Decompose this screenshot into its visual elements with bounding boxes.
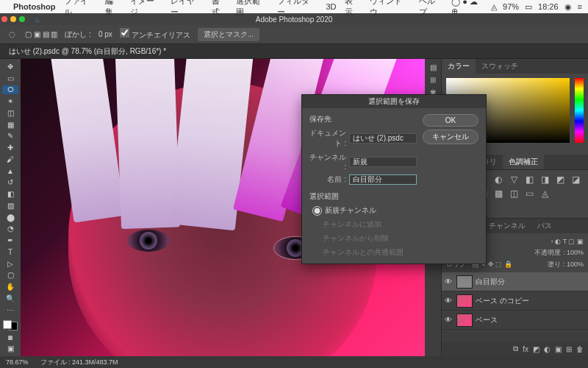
eyedropper-tool-icon[interactable]: ✎	[2, 132, 18, 141]
stamp-tool-icon[interactable]: ▲	[2, 166, 18, 176]
selection-mode-icons[interactable]: ▢ ▣ ▤ ▥	[25, 30, 57, 38]
blur-tool-icon[interactable]: ⬤	[2, 213, 18, 222]
document-tab-label: はいせ (2).psdc @ 78.7% (白目部分, RGB/16*) *	[9, 46, 166, 57]
name-input[interactable]: 白目部分	[349, 174, 417, 185]
quickmask-icon[interactable]: ◙	[2, 333, 18, 342]
fg-bg-swatch[interactable]	[3, 320, 18, 330]
window-zoom-icon[interactable]	[19, 16, 25, 22]
tab-swatches[interactable]: スウォッチ	[476, 59, 524, 74]
posterize-icon: ▩	[492, 188, 504, 199]
layer-thumb[interactable]	[456, 275, 473, 289]
screenmode-icon[interactable]: ▣	[2, 344, 18, 353]
history-panel-icon[interactable]: ▤	[430, 63, 437, 71]
channel-label: チャンネル :	[309, 152, 346, 171]
menu-layer[interactable]: レイヤー	[171, 0, 203, 18]
brush-tool-icon[interactable]: 🖌	[2, 155, 18, 164]
layer-thumb[interactable]	[456, 314, 473, 327]
layer-row[interactable]: 👁 ベース	[442, 311, 588, 330]
layer-thumb[interactable]	[456, 294, 473, 308]
tab-channels[interactable]: チャンネル	[483, 219, 531, 233]
antialias-checkbox[interactable]: アンチエイリアス	[120, 28, 190, 40]
hand-tool-icon[interactable]: ✋	[2, 282, 18, 291]
layer-name[interactable]: 白目部分	[476, 277, 505, 287]
frame-tool-icon[interactable]: ▦	[2, 120, 18, 130]
layer-footer: ⧉ fx ◩ ◐ ▣ ⊞ 🗑	[442, 342, 588, 356]
notif-icon[interactable]: ≡	[578, 2, 582, 11]
type-tool-icon[interactable]: T	[2, 247, 18, 257]
eraser-tool-icon[interactable]: ◧	[2, 189, 18, 199]
ok-button[interactable]: OK	[423, 114, 478, 127]
radio-add: チャンネルに追加	[309, 219, 417, 230]
visibility-icon[interactable]: 👁	[445, 316, 453, 324]
pen-tool-icon[interactable]: ✒	[2, 236, 18, 245]
menu-help[interactable]: ヘルプ	[419, 0, 443, 18]
color-panel-tabs: カラー スウォッチ	[442, 59, 588, 74]
group-icon[interactable]: ▣	[555, 345, 562, 353]
app-title-text: Adobe Photoshop 2020	[256, 15, 333, 24]
window-minimize-icon[interactable]	[10, 16, 16, 22]
mask-icon[interactable]: ◩	[533, 345, 539, 353]
history-brush-tool-icon[interactable]: ↺	[2, 178, 18, 188]
cancel-button[interactable]: キャンセル	[423, 130, 478, 144]
document-select[interactable]: はいせ (2).psdc	[349, 133, 417, 144]
menu-image[interactable]: イメージ	[130, 0, 162, 18]
move-tool-icon[interactable]: ✥	[2, 62, 18, 71]
crop-tool-icon[interactable]: ◫	[2, 108, 18, 118]
visibility-icon[interactable]: 👁	[445, 277, 453, 286]
hue-icon: ◧	[523, 174, 535, 185]
tab-color[interactable]: カラー	[442, 59, 476, 74]
hue-strip[interactable]	[575, 78, 584, 143]
layer-list: 👁 白目部分 👁 ベース のコピー 👁 ベース	[442, 272, 588, 342]
visibility-icon[interactable]: 👁	[445, 297, 453, 305]
menubar-app-name[interactable]: Photoshop	[13, 2, 55, 11]
dest-header: 保存先	[309, 114, 417, 124]
layer-filter-icons[interactable]: ▫ ◐ T ▢ ▣	[551, 238, 584, 245]
status-icons: ◯ ● ☁ ⊕	[451, 0, 485, 16]
dodge-tool-icon[interactable]: ◔	[2, 224, 18, 234]
document-tab[interactable]: はいせ (2).psdc @ 78.7% (白目部分, RGB/16*) *	[0, 44, 588, 59]
heal-tool-icon[interactable]: ✚	[2, 143, 18, 152]
marquee-tool-icon[interactable]: ▭	[2, 74, 18, 83]
zoom-value[interactable]: 78.67%	[6, 358, 29, 366]
siri-icon[interactable]: ◉	[564, 2, 572, 12]
menu-file[interactable]: ファイル	[64, 0, 96, 18]
select-and-mask-button[interactable]: 選択とマスク...	[198, 28, 259, 41]
channel-select[interactable]: 新規	[349, 157, 417, 167]
battery-icon: ▭	[525, 2, 532, 12]
layer-row[interactable]: 👁 ベース のコピー	[442, 291, 588, 311]
menu-type[interactable]: 書式	[212, 0, 228, 18]
delete-layer-icon[interactable]: 🗑	[576, 345, 584, 353]
fx-icon[interactable]: fx	[523, 345, 528, 353]
shape-tool-icon[interactable]: ▢	[2, 271, 18, 280]
menu-edit[interactable]: 編集	[105, 0, 121, 18]
window-close-icon[interactable]	[1, 16, 7, 22]
zoom-tool-icon[interactable]: 🔍	[2, 294, 18, 303]
tab-paths[interactable]: パス	[531, 219, 558, 233]
opacity-value[interactable]: 100%	[567, 249, 584, 256]
wand-tool-icon[interactable]: ✶	[2, 96, 18, 106]
lasso-tool-icon[interactable]: ◌	[6, 29, 18, 40]
path-tool-icon[interactable]: ▷	[2, 259, 18, 269]
layer-name[interactable]: ベース のコピー	[476, 296, 529, 306]
menu-window[interactable]: ウィンドウ	[370, 0, 409, 18]
file-info-label: ファイル :	[40, 358, 71, 366]
layer-name[interactable]: ベース	[476, 315, 498, 325]
edit-toolbar-icon[interactable]: ⋯	[2, 305, 18, 315]
layer-row[interactable]: 👁 白目部分	[442, 272, 588, 291]
menu-3d[interactable]: 3D	[326, 2, 336, 11]
wifi-icon[interactable]: ◬	[491, 2, 497, 12]
menu-view[interactable]: 表示	[345, 0, 361, 18]
fill-value[interactable]: 100%	[567, 261, 584, 268]
tab-adjustments[interactable]: 色調補正	[503, 155, 544, 169]
link-layers-icon[interactable]: ⧉	[513, 344, 518, 353]
properties-panel-icon[interactable]: ⊞	[430, 76, 436, 84]
lasso-tool-icon[interactable]: ⵔ	[2, 85, 18, 95]
new-layer-icon[interactable]: ⊞	[566, 345, 572, 353]
feather-value[interactable]: 0 px	[98, 30, 112, 38]
adjustment-layer-icon[interactable]: ◐	[544, 345, 551, 353]
menubar-time: 18:26	[538, 2, 559, 11]
gradient-tool-icon[interactable]: ▨	[2, 201, 18, 210]
home-icon[interactable]: ⌂	[35, 15, 40, 24]
photo-filter-icon: ◪	[570, 174, 581, 185]
radio-new-channel[interactable]: 新規チャンネル	[309, 205, 417, 216]
